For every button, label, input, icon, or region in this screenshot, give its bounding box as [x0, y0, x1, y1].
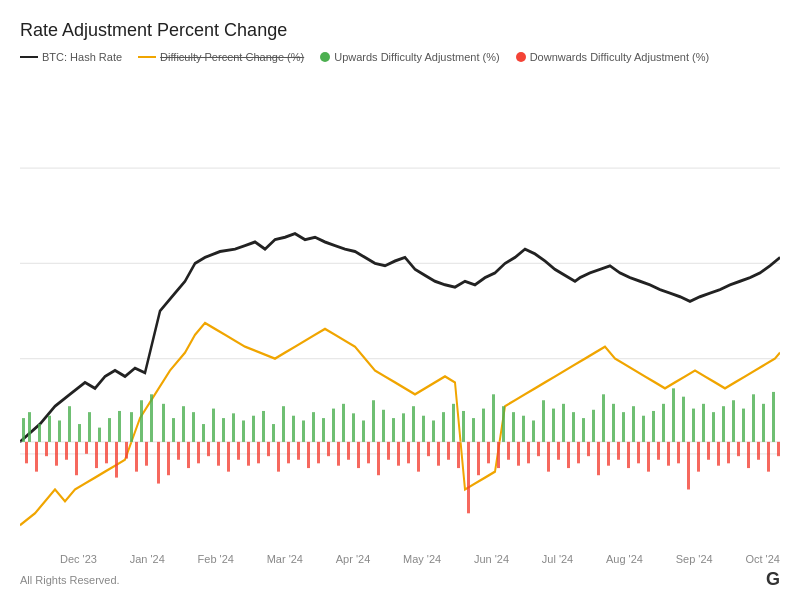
- legend-difficulty-percent-icon: [138, 56, 156, 58]
- svg-rect-85: [65, 442, 68, 460]
- svg-rect-90: [115, 442, 118, 478]
- svg-rect-71: [682, 397, 685, 442]
- svg-rect-118: [397, 442, 400, 466]
- svg-rect-42: [392, 418, 395, 442]
- svg-rect-119: [407, 442, 410, 463]
- svg-rect-24: [212, 409, 215, 442]
- svg-rect-47: [442, 412, 445, 442]
- svg-rect-151: [727, 442, 730, 463]
- svg-rect-83: [45, 442, 48, 456]
- svg-rect-55: [522, 416, 525, 442]
- svg-rect-5: [22, 418, 25, 442]
- svg-rect-82: [35, 442, 38, 472]
- svg-rect-101: [227, 442, 230, 472]
- svg-rect-7: [38, 424, 41, 442]
- svg-rect-154: [757, 442, 760, 460]
- svg-rect-68: [652, 411, 655, 442]
- svg-rect-128: [497, 442, 500, 468]
- chart-svg: [20, 73, 780, 549]
- svg-rect-59: [562, 404, 565, 442]
- svg-rect-95: [167, 442, 170, 475]
- svg-rect-137: [587, 442, 590, 456]
- brand-logo: G: [766, 569, 780, 590]
- svg-rect-36: [332, 409, 335, 442]
- x-label-feb24: Feb '24: [198, 553, 234, 565]
- svg-rect-40: [372, 400, 375, 442]
- svg-rect-130: [517, 442, 520, 466]
- svg-rect-111: [327, 442, 330, 456]
- svg-rect-123: [447, 442, 450, 460]
- svg-rect-45: [422, 416, 425, 442]
- svg-rect-21: [182, 406, 185, 442]
- svg-rect-37: [342, 404, 345, 442]
- svg-rect-152: [737, 442, 740, 456]
- svg-rect-92: [135, 442, 138, 472]
- svg-rect-87: [85, 442, 88, 454]
- svg-rect-61: [582, 418, 585, 442]
- svg-rect-142: [637, 442, 640, 463]
- svg-rect-146: [677, 442, 680, 463]
- svg-rect-150: [717, 442, 720, 466]
- svg-rect-74: [712, 412, 715, 442]
- svg-rect-51: [482, 409, 485, 442]
- svg-rect-53: [502, 406, 505, 442]
- svg-rect-22: [192, 412, 195, 442]
- svg-rect-144: [657, 442, 660, 460]
- svg-rect-34: [312, 412, 315, 442]
- legend-upwards-label: Upwards Difficulty Adjustment (%): [334, 51, 499, 63]
- svg-rect-104: [257, 442, 260, 463]
- svg-rect-49: [462, 411, 465, 442]
- svg-rect-149: [707, 442, 710, 460]
- svg-rect-102: [237, 442, 240, 460]
- svg-rect-96: [177, 442, 180, 460]
- svg-rect-113: [347, 442, 350, 460]
- svg-rect-70: [672, 388, 675, 442]
- svg-rect-126: [477, 442, 480, 475]
- svg-rect-8: [48, 416, 51, 442]
- svg-rect-106: [277, 442, 280, 472]
- legend-downwards: Downwards Difficulty Adjustment (%): [516, 51, 710, 63]
- svg-rect-105: [267, 442, 270, 456]
- svg-rect-16: [130, 412, 133, 442]
- svg-rect-86: [75, 442, 78, 475]
- x-label-jun24: Jun '24: [474, 553, 509, 565]
- svg-rect-108: [297, 442, 300, 460]
- svg-rect-140: [617, 442, 620, 460]
- svg-rect-125: [467, 442, 470, 513]
- svg-rect-107: [287, 442, 290, 463]
- svg-rect-28: [252, 416, 255, 442]
- svg-rect-62: [592, 410, 595, 442]
- svg-rect-91: [125, 442, 128, 459]
- svg-rect-75: [722, 406, 725, 442]
- svg-rect-23: [202, 424, 205, 442]
- footer: All Rights Reserved. G: [20, 565, 780, 590]
- x-label-apr24: Apr '24: [336, 553, 371, 565]
- svg-rect-12: [88, 412, 91, 442]
- svg-rect-84: [55, 442, 58, 466]
- svg-rect-17: [140, 400, 143, 442]
- svg-rect-30: [272, 424, 275, 442]
- legend-difficulty-percent-label: Difficulty Percent Change (%): [160, 51, 304, 63]
- svg-rect-33: [302, 420, 305, 441]
- svg-rect-132: [537, 442, 540, 456]
- svg-rect-76: [732, 400, 735, 442]
- svg-rect-11: [78, 424, 81, 442]
- svg-rect-50: [472, 418, 475, 442]
- svg-rect-25: [222, 418, 225, 442]
- svg-rect-103: [247, 442, 250, 466]
- svg-rect-109: [307, 442, 310, 468]
- x-label-mar24: Mar '24: [267, 553, 303, 565]
- svg-rect-69: [662, 404, 665, 442]
- svg-rect-155: [767, 442, 770, 472]
- svg-rect-81: [25, 442, 28, 463]
- chart-title: Rate Adjustment Percent Change: [20, 20, 780, 41]
- x-label-sep24: Sep '24: [676, 553, 713, 565]
- copyright-text: All Rights Reserved.: [20, 574, 120, 586]
- x-label-oct24: Oct '24: [745, 553, 780, 565]
- svg-rect-73: [702, 404, 705, 442]
- svg-rect-133: [547, 442, 550, 472]
- svg-rect-112: [337, 442, 340, 466]
- svg-rect-67: [642, 416, 645, 442]
- svg-rect-57: [542, 400, 545, 442]
- svg-rect-41: [382, 410, 385, 442]
